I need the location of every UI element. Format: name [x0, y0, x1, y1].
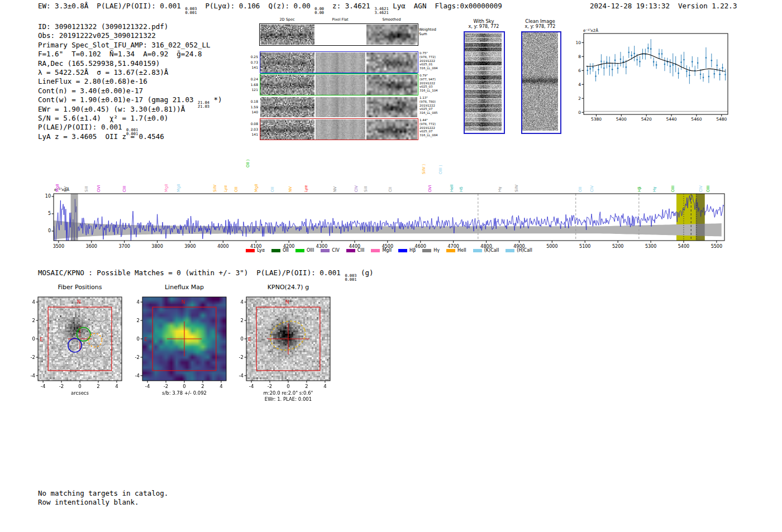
- data-point: [653, 61, 655, 63]
- legend-swatch: [295, 249, 304, 252]
- fiber-row-left-labels: 0.250.73141: [246, 54, 258, 70]
- data-point: [678, 73, 679, 74]
- data-point: [633, 53, 635, 55]
- text-segment: S/N = 5.6(±1.4) χ² = 1.7(±0.0): [38, 114, 168, 122]
- fiber-weight-label: 140: [246, 109, 258, 115]
- fiber-id-label: 316_LL_085: [419, 111, 438, 115]
- y-tick-label: 8: [578, 54, 581, 59]
- y-tick-label: 0: [241, 336, 244, 342]
- smoothed-image: [366, 52, 417, 73]
- y-tick-label: -2: [239, 354, 244, 360]
- report-meta-line: 2024-12-28 19:13:32 Version 1.22.3: [590, 2, 737, 11]
- cutout-title-text: KPNO(24.7) g: [268, 284, 309, 291]
- y-tick-label: -4: [239, 373, 244, 378]
- emission-line-label: SiII: [84, 186, 89, 192]
- with-sky-title: With Sky: [473, 18, 494, 24]
- data-point: [647, 47, 649, 49]
- fiber-id-label: 316_LL_084: [419, 133, 438, 137]
- legend-swatch: [422, 249, 431, 252]
- y-tick-label: 0: [32, 336, 35, 342]
- data-point: [689, 75, 690, 76]
- data-point: [719, 74, 721, 75]
- teal-divider: [260, 73, 417, 74]
- fiber-id-label: (978, 772): [419, 122, 438, 126]
- legend-swatch: [346, 249, 355, 252]
- cutout-title-text: Lineflux Map: [165, 284, 204, 291]
- fiber-id-label: v025_03: [419, 85, 438, 89]
- emission-line-label: Lyα: [223, 185, 228, 192]
- legend-item: Lyα: [246, 248, 265, 253]
- y-tick-label: 2: [241, 318, 244, 323]
- y-tick-label: 10: [575, 40, 581, 45]
- fiber-circle: [66, 356, 79, 370]
- info-line: LyA z = 3.4605 OII z = 0.4546: [38, 132, 222, 141]
- info-line: LineFlux = 2.80(±0.68)e-16: [38, 77, 222, 86]
- report-datetime: 2024-12-28 19:13:32: [590, 2, 670, 10]
- twod-col-header-text: Smoothed: [382, 17, 400, 22]
- sup-sub-fraction: 21.0421.03: [198, 101, 209, 109]
- fiber-circle: [87, 320, 101, 333]
- legend-swatch: [371, 249, 380, 252]
- y-tick-label: 4: [137, 299, 140, 305]
- fiber-id-label: 20191222: [419, 59, 438, 63]
- info-line: EWr = 1.90(±0.45) (w: 3.30(±0.81))Å: [38, 105, 222, 114]
- text-segment: (g): [356, 269, 373, 277]
- fiber-weight-label: 0.25: [246, 54, 258, 60]
- sup-sub-fraction: 0.0030.001: [185, 7, 197, 15]
- east-label: E: [144, 337, 147, 342]
- y-tick-label: -2: [135, 354, 140, 360]
- emission-line-label: Hβ: [637, 186, 642, 192]
- legend-label: HeII: [457, 248, 466, 253]
- data-point: [639, 61, 641, 63]
- legend-swatch: [246, 249, 255, 252]
- elixer-report-page: EW: 3.3±0.8Å P(LAE)/P(OII): 0.001 0.0030…: [0, 0, 782, 532]
- info-line: ID: 3090121322 (3090121322.pdf): [38, 22, 222, 31]
- legend-label: (K)CaII: [484, 248, 499, 253]
- fiber-circle: [66, 308, 79, 322]
- clean-image-title-text: Clean Image: [525, 18, 555, 24]
- clean-image: [522, 32, 558, 131]
- x-tick-label: -4: [41, 384, 45, 389]
- y-tick-label: 2: [32, 318, 35, 323]
- spectrum-legend: LyαOIIOIIICIVCIIIMgIIHβHγHeII(K)CaII(H)C…: [54, 248, 724, 253]
- info-line: Obs: 20191222v025_3090121322: [38, 31, 222, 40]
- data-point: [692, 61, 693, 63]
- fiber-circle: [101, 320, 114, 333]
- fiber-weight-label: 1.59: [246, 104, 258, 110]
- fiber-id-label: 1.44": [419, 118, 438, 122]
- data-point: [609, 65, 611, 67]
- cutout-title: KPNO(24.7) g: [268, 284, 309, 291]
- fraction-bottom: 0.00: [314, 11, 324, 15]
- data-point: [614, 60, 616, 61]
- y-tick-label: 6: [578, 68, 581, 73]
- y-tick-label: 0: [137, 336, 140, 342]
- cutout-title: Fiber Positions: [58, 284, 102, 291]
- data-point: [656, 64, 657, 66]
- y-tick-label: 10: [45, 194, 51, 199]
- legend-item: CIV: [321, 248, 339, 253]
- fiber-id-label: 20191222: [419, 82, 438, 85]
- info-line: S/N = 5.6(±1.4) χ² = 1.7(±0.0): [38, 114, 222, 123]
- info-line: λ = 5422.52Å σ = 13.67(±2.83)Å: [38, 68, 222, 77]
- text-segment: Cont(n) = 3.40(±0.00)e-17: [38, 87, 143, 95]
- fiber-row-right-labels: 1.13"(978, 780)20191222v025_07316_LL_085: [419, 96, 438, 115]
- emission-line-label: CIV: [590, 185, 594, 192]
- pixel-flat-image: [316, 75, 365, 95]
- weighted-sum-label: WeightedSum: [419, 28, 436, 36]
- legend-item: OIII: [295, 248, 314, 253]
- x-tick-label: 5400: [616, 117, 627, 122]
- twod-col-header: Pixel Flat: [332, 17, 348, 22]
- data-point: [636, 59, 638, 61]
- weighted-label-line: Sum: [419, 32, 436, 37]
- emission-line-label: Hγ: [652, 187, 657, 192]
- legend-swatch: [473, 249, 482, 252]
- x-tick-label: -2: [268, 384, 272, 389]
- data-point: [589, 68, 591, 70]
- emission-line-label: OVI: [97, 185, 101, 192]
- y-tick-label: 2: [137, 318, 140, 323]
- text-segment: P(LAE)/P(OII): 0.001: [38, 123, 126, 131]
- emission-line-label: NV: [288, 186, 293, 192]
- fiber-id-label: 316_LL_104: [419, 89, 438, 93]
- fiber-id-label: 316_LL_084: [419, 66, 438, 70]
- emission-line-label: Lyα: [304, 185, 308, 192]
